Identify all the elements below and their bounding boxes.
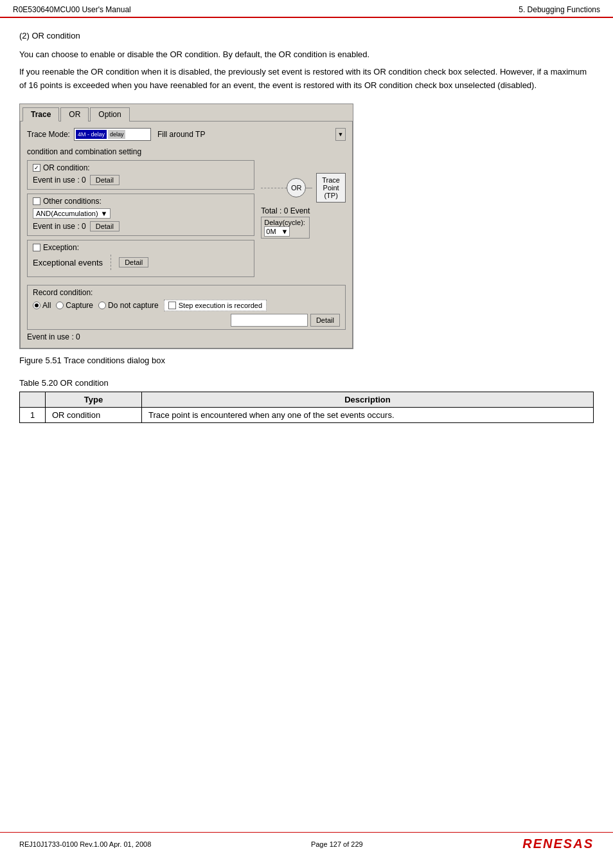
table-caption: Table 5.20 OR condition: [19, 378, 594, 388]
delay-row: 0M ▼: [264, 226, 306, 237]
other-conditions-event-row: Event in use : 0 Detail: [33, 221, 249, 231]
or-label: OR: [291, 184, 302, 192]
bar-segment-2: delay: [108, 130, 126, 139]
trace-point-box: Trace Point (TP): [316, 173, 346, 203]
record-condition-section: Record condition: All Capture: [27, 285, 346, 330]
paragraph-1: You can choose to enable or disable the …: [19, 48, 594, 62]
main-content: (2) OR condition You can choose to enabl…: [0, 18, 613, 436]
or-condition-checkbox[interactable]: [33, 164, 40, 172]
bar-segment-1: 4M - delay: [76, 130, 107, 139]
middle-area: OR condition: Event in use : 0 Detail Ot…: [27, 160, 346, 281]
footer-page: Page 127 of 229: [311, 840, 363, 848]
figure-caption: Figure 5.51 Trace conditions dialog box: [19, 356, 594, 365]
trace-mode-row: Trace Mode: 4M - delay delay Fill around…: [27, 128, 346, 141]
right-diagram: OR Trace Point (TP) Total : 0 Event: [261, 160, 346, 281]
step-exec-label: Step execution is recorded: [179, 302, 262, 309]
page-footer: REJ10J1733-0100 Rev.1.00 Apr. 01, 2008 P…: [0, 832, 613, 855]
point-label: Point: [322, 184, 340, 192]
radio-capture[interactable]: Capture: [56, 301, 93, 310]
radio-capture-btn[interactable]: [56, 302, 64, 309]
or-trace-row: OR Trace Point (TP): [261, 173, 346, 203]
total-event-label: Total : 0 Event: [261, 206, 310, 215]
other-conditions-checkbox[interactable]: [33, 197, 40, 205]
fill-label: Fill around TP: [157, 130, 205, 139]
left-conditions: OR condition: Event in use : 0 Detail Ot…: [27, 160, 254, 281]
other-conditions-legend: Other conditions:: [33, 197, 249, 206]
dialog-body: Trace Mode: 4M - delay delay Fill around…: [20, 121, 353, 348]
exception-fieldset: Exception: Exceptional events Detail: [27, 240, 254, 277]
table-cell-desc: Trace point is encountered when any one …: [142, 408, 594, 423]
header-right: 5. Debugging Functions: [519, 5, 600, 14]
delay-value: 0M: [266, 228, 276, 235]
exception-inner-row: Exceptional events Detail: [33, 255, 249, 270]
trace-mode-bar[interactable]: 4M - delay delay: [74, 128, 151, 141]
accumulation-arrow: ▼: [101, 210, 108, 217]
delay-dropdown[interactable]: 0M ▼: [264, 226, 290, 237]
other-conditions-fieldset: Other conditions: AND(Accumulation) ▼ Ev…: [27, 194, 254, 236]
table-cell-type: OR condition: [46, 408, 142, 423]
table-row: 1 OR condition Trace point is encountere…: [20, 408, 594, 423]
exceptional-events-label: Exceptional events: [33, 258, 103, 267]
table-header-row: Type Description: [20, 392, 594, 408]
table-header-num: [20, 392, 46, 408]
trace-mode-label: Trace Mode:: [27, 130, 70, 139]
exception-inner: Exceptional events: [33, 258, 103, 267]
trace-dialog: Trace OR Option Trace Mode: 4M - delay d…: [19, 104, 353, 349]
or-circle: OR: [287, 178, 306, 197]
page-header: R0E530640MCU00 User's Manual 5. Debuggin…: [0, 0, 613, 18]
record-condition-legend: Record condition:: [33, 288, 340, 297]
table-header-desc: Description: [142, 392, 594, 408]
radio-capture-label: Capture: [66, 301, 93, 310]
delay-label: Delay(cycle):: [264, 219, 306, 226]
or-condition-fieldset: OR condition: Event in use : 0 Detail: [27, 160, 254, 190]
footer-left: REJ10J1733-0100 Rev.1.00 Apr. 01, 2008: [19, 840, 151, 848]
header-left: R0E530640MCU00 User's Manual: [13, 5, 131, 14]
record-detail-row: Detail: [33, 314, 340, 327]
renesas-logo: RENESAS: [522, 836, 594, 851]
or-condition-label: OR condition:: [43, 163, 90, 172]
paragraph-2: If you reenable the OR condition when it…: [19, 66, 594, 93]
other-event-in-use: Event in use : 0: [33, 222, 86, 231]
exception-checkbox[interactable]: [33, 244, 40, 251]
tp-label: (TP): [322, 192, 340, 199]
tab-option[interactable]: Option: [90, 107, 129, 122]
or-detail-button[interactable]: Detail: [90, 175, 120, 185]
tab-or[interactable]: OR: [60, 107, 89, 122]
exception-detail-button[interactable]: Detail: [119, 257, 148, 267]
diagram-area: OR Trace Point (TP) Total : 0 Event: [261, 173, 346, 239]
condition-section-label: condition and combination setting: [27, 147, 346, 156]
step-exec-checkbox[interactable]: [168, 302, 176, 309]
tab-trace[interactable]: Trace: [22, 107, 59, 122]
trace-mode-dropdown[interactable]: ▼: [335, 128, 346, 141]
other-conditions-dropdown-row: AND(Accumulation) ▼: [33, 208, 249, 219]
accumulation-label: AND(Accumulation): [36, 210, 98, 217]
radio-all[interactable]: All: [33, 301, 51, 310]
radio-all-label: All: [42, 301, 51, 310]
dashed-line-1: [261, 188, 287, 188]
solid-line: [306, 188, 312, 188]
table-header-type: Type: [46, 392, 142, 408]
exception-legend: Exception:: [33, 243, 249, 252]
event-in-use-bottom: Event in use : 0: [27, 332, 346, 341]
accumulation-dropdown[interactable]: AND(Accumulation) ▼: [33, 208, 111, 219]
other-detail-button[interactable]: Detail: [90, 221, 120, 231]
or-condition-legend: OR condition:: [33, 163, 249, 172]
radio-donotcapture-btn[interactable]: [98, 302, 106, 309]
or-event-in-use: Event in use : 0: [33, 176, 86, 185]
radio-donotcapture[interactable]: Do not capture: [98, 301, 159, 310]
delay-box: Delay(cycle): 0M ▼: [261, 217, 310, 239]
other-conditions-label: Other conditions:: [43, 197, 102, 206]
exception-divider: [111, 255, 111, 270]
trace-mode-bar-inner: 4M - delay delay: [76, 130, 126, 139]
record-options-row: All Capture Do not capture: [33, 300, 340, 311]
record-detail-button[interactable]: Detail: [310, 314, 340, 327]
total-delay-box: Total : 0 Event Delay(cycle): 0M ▼: [261, 206, 310, 239]
radio-donotcapture-label: Do not capture: [108, 301, 159, 310]
section-title: (2) OR condition: [19, 31, 594, 41]
trace-label: Trace: [322, 176, 340, 184]
radio-all-btn[interactable]: [33, 302, 40, 309]
step-exec-box: Step execution is recorded: [164, 300, 267, 311]
table-cell-num: 1: [20, 408, 46, 423]
or-condition-table: Type Description 1 OR condition Trace po…: [19, 392, 594, 423]
record-dropdown[interactable]: [231, 314, 308, 327]
